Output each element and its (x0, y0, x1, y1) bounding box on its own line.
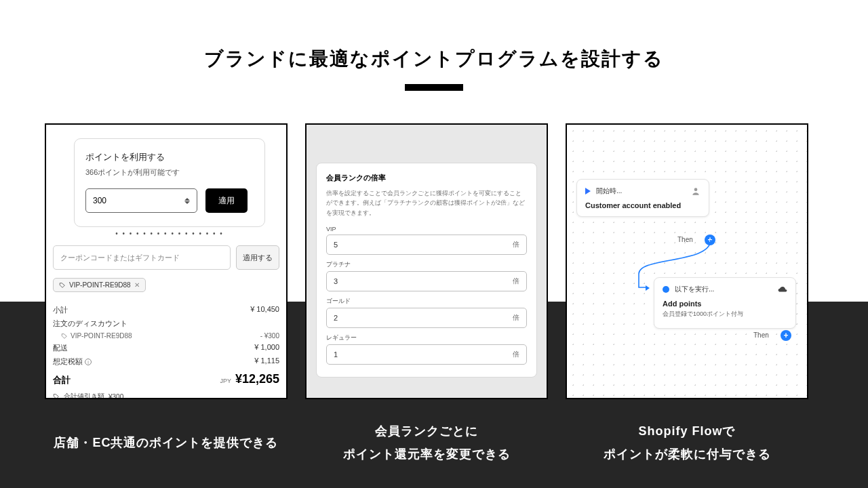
tax-value: ¥ 1,115 (254, 357, 279, 367)
rank-label-gold: ゴールド (326, 297, 527, 306)
title-underline (405, 84, 463, 91)
rank-label-platinum: プラチナ (326, 260, 527, 269)
subtotal-label: 小計 (53, 305, 68, 315)
play-icon (585, 188, 591, 195)
cards-row: ポイントを利用する 366ポイントが利用可能です 300 適用 • • • • … (0, 91, 868, 399)
close-icon[interactable]: ✕ (134, 281, 140, 289)
points-available-text: 366ポイントが利用可能です (85, 167, 254, 178)
points-box-title: ポイントを利用する (85, 151, 254, 163)
page-title: ブランドに最適なポイントプログラムを設計する (0, 46, 868, 72)
cloud-icon (778, 286, 787, 293)
card-rank-multiplier: 会員ランクの倍率 倍率を設定することで会員ランクごとに獲得ポイントを可変にするこ… (305, 123, 548, 399)
tag-icon (61, 333, 68, 340)
rank-input-gold[interactable]: 2倍 (326, 308, 527, 328)
discount-label: 注文のディスカウント (53, 319, 127, 329)
captions-row: 店舗・EC共通のポイントを提供できる 会員ランクごとにポイント還元率を変更できる… (0, 399, 868, 466)
caption-1: 店舗・EC共通のポイントを提供できる (45, 420, 288, 466)
rank-input-regular[interactable]: 1倍 (326, 344, 527, 365)
flow-action-sub: 会員登録で1000ポイント付与 (663, 310, 787, 319)
svg-point-0 (694, 188, 698, 191)
discount-code-text: VIP-POINT-RE9D88 (71, 332, 132, 340)
shipping-label: 配送 (53, 343, 68, 353)
rank-panel-title: 会員ランクの倍率 (326, 173, 527, 183)
apply-coupon-button[interactable]: 適用する (236, 245, 279, 270)
add-step-button[interactable]: + (781, 330, 791, 341)
card-flow: 開始時... Customer account enabled Then + 以… (566, 123, 808, 399)
subtotal-value: ¥ 10,450 (250, 305, 279, 315)
flow-trigger-node[interactable]: 開始時... Customer account enabled (576, 179, 709, 217)
caption-2: 会員ランクごとにポイント還元率を変更できる (305, 420, 548, 466)
tag-icon (59, 282, 66, 289)
coupon-input[interactable]: クーポンコードまたはギフトカード (53, 245, 231, 270)
flow-action-head: 以下を実行... (675, 285, 778, 294)
rank-panel-description: 倍率を設定することで会員ランクごとに獲得ポイントを可変にすることができます。例え… (326, 188, 527, 218)
shipping-value: ¥ 1,000 (254, 343, 279, 353)
flow-action-title: Add points (663, 300, 787, 308)
caption-3: Shopify Flowでポイントが柔軟に付与できる (566, 420, 808, 466)
rank-label-regular: レギュラー (326, 333, 527, 342)
info-icon[interactable]: i (85, 359, 92, 365)
flow-trigger-head: 開始時... (596, 186, 691, 196)
dot-icon (663, 286, 669, 293)
unit-label: 倍 (513, 240, 519, 249)
tag-icon (53, 393, 60, 399)
total-discount-label: 合計値引き額 (64, 392, 104, 399)
card-points-checkout: ポイントを利用する 366ポイントが利用可能です 300 適用 • • • • … (45, 123, 288, 399)
discount-value: - ¥300 (260, 332, 279, 340)
unit-label: 倍 (513, 313, 519, 323)
coupon-chip-label: VIP-POINT-RE9D88 (69, 281, 131, 289)
number-stepper[interactable] (184, 198, 190, 204)
points-input[interactable]: 300 (85, 188, 197, 213)
rank-input-vip[interactable]: 5倍 (326, 235, 527, 255)
total-label: 合計 (53, 374, 71, 386)
points-use-box: ポイントを利用する 366ポイントが利用可能です 300 適用 (74, 138, 265, 227)
apply-points-button[interactable]: 適用 (205, 188, 248, 213)
unit-label: 倍 (513, 350, 519, 359)
tax-label: 想定税額 (53, 357, 83, 365)
rank-input-platinum[interactable]: 3倍 (326, 271, 527, 291)
points-input-value: 300 (93, 196, 106, 205)
divider-dots: • • • • • • • • • • • • • • • • (53, 230, 286, 237)
flow-then-label: Then (753, 331, 769, 339)
flow-action-node[interactable]: 以下を実行... Add points 会員登録で1000ポイント付与 (654, 277, 796, 329)
arrow-icon (646, 285, 650, 291)
rank-label-vip: VIP (326, 226, 527, 232)
chevron-down-icon[interactable] (184, 201, 190, 204)
flow-trigger-body: Customer account enabled (585, 201, 701, 209)
total-amount: ¥12,265 (235, 372, 279, 386)
applied-coupon-chip[interactable]: VIP-POINT-RE9D88 ✕ (53, 278, 146, 292)
total-discount-value: ¥300 (108, 393, 123, 400)
total-currency: JPY (220, 378, 231, 384)
person-icon (691, 186, 701, 196)
rank-panel: 会員ランクの倍率 倍率を設定することで会員ランクごとに獲得ポイントを可変にするこ… (316, 163, 537, 378)
chevron-up-icon[interactable] (184, 198, 190, 201)
unit-label: 倍 (513, 277, 519, 286)
